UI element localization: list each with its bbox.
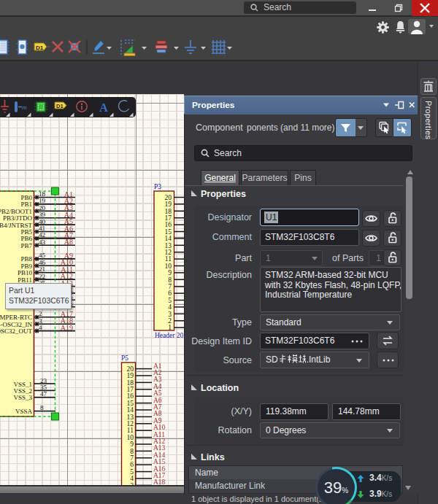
svg-text:m: m [22, 104, 27, 111]
svg-text:VSS_3: VSS_3 [13, 394, 32, 401]
svg-text:A8: A8 [64, 238, 73, 246]
svg-text:A19: A19 [61, 324, 73, 332]
svg-text:47: 47 [40, 390, 47, 398]
svg-text:D1: D1 [56, 103, 64, 109]
svg-text:VSSA: VSSA [15, 408, 33, 415]
svg-text:D1: D1 [36, 44, 44, 51]
svg-text:PB7: PB7 [20, 242, 32, 249]
svg-text:P3: P3 [154, 183, 161, 190]
svg-text:43: 43 [39, 239, 46, 246]
svg-text:1: 1 [168, 324, 172, 331]
svg-text:4: 4 [39, 324, 42, 331]
svg-text:A: A [99, 101, 108, 115]
svg-text:A18: A18 [153, 478, 166, 485]
svg-text:8: 8 [40, 404, 44, 411]
svg-text:PC15-OSC32_OUT: PC15-OSC32_OUT [0, 327, 32, 335]
svg-text:P5: P5 [121, 354, 128, 362]
